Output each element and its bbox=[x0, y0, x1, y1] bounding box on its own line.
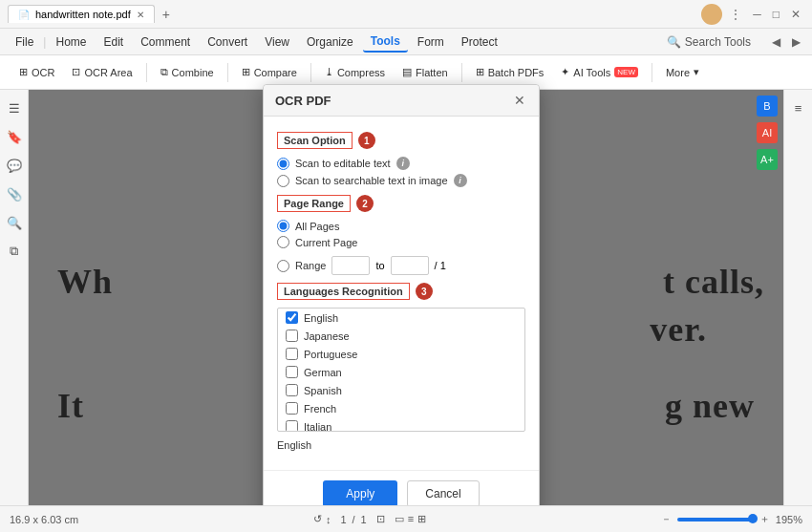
search-tools-label: Search Tools bbox=[685, 35, 751, 49]
continuous-icon[interactable]: ≡ bbox=[408, 513, 414, 525]
new-tab-btn[interactable]: + bbox=[159, 7, 174, 22]
pdf-text-gnew: g new bbox=[665, 386, 755, 426]
single-page-icon[interactable]: ▭ bbox=[395, 513, 404, 525]
lang-french[interactable]: French bbox=[278, 399, 524, 417]
lang-spanish[interactable]: Spanish bbox=[278, 381, 524, 399]
combine-label: Combine bbox=[172, 67, 214, 78]
menu-view[interactable]: View bbox=[257, 32, 297, 52]
scan-searchable-radio[interactable] bbox=[277, 175, 289, 187]
menu-organize[interactable]: Organize bbox=[299, 32, 361, 52]
sidebar-layers-btn[interactable]: ⧉ bbox=[4, 241, 25, 262]
scan-editable-option[interactable]: Scan to editable text i bbox=[277, 157, 525, 170]
ocr-btn[interactable]: ⊞ OCR bbox=[11, 62, 62, 82]
right-btn-green[interactable]: A+ bbox=[757, 149, 778, 170]
lang-japanese[interactable]: Japanese bbox=[278, 327, 524, 345]
tab-label: handwritten note.pdf bbox=[35, 9, 131, 20]
scan-option-header: Scan Option 1 bbox=[277, 132, 525, 149]
menu-edit[interactable]: Edit bbox=[96, 32, 131, 52]
menu-convert[interactable]: Convert bbox=[200, 32, 255, 52]
ai-icon: ✦ bbox=[561, 66, 569, 78]
menu-protect[interactable]: Protect bbox=[454, 32, 505, 52]
compress-btn[interactable]: ⤓ Compress bbox=[317, 62, 393, 82]
more-btn[interactable]: More ▾ bbox=[658, 62, 707, 82]
flatten-label: Flatten bbox=[416, 67, 448, 78]
menu-home[interactable]: Home bbox=[48, 32, 94, 52]
lang-english-checkbox[interactable] bbox=[286, 311, 298, 324]
lang-english[interactable]: English bbox=[278, 309, 524, 327]
ai-label: AI Tools bbox=[573, 67, 610, 78]
right-btn-red[interactable]: AI bbox=[757, 122, 778, 143]
page-separator: / bbox=[353, 514, 355, 525]
sidebar-comment-btn[interactable]: 💬 bbox=[4, 155, 25, 176]
scan-editable-radio[interactable] bbox=[277, 158, 289, 170]
current-page-option[interactable]: Current Page bbox=[277, 236, 525, 248]
spread-icon[interactable]: ⊞ bbox=[417, 513, 426, 525]
flatten-btn[interactable]: ▤ Flatten bbox=[395, 62, 456, 82]
zoom-slider-track[interactable] bbox=[677, 518, 754, 521]
range-option[interactable]: Range bbox=[277, 260, 326, 272]
tab-area: 📄 handwritten note.pdf ✕ + bbox=[8, 5, 174, 23]
maximize-btn[interactable]: □ bbox=[769, 6, 783, 23]
all-pages-radio[interactable] bbox=[277, 220, 289, 232]
close-btn[interactable]: ✕ bbox=[787, 6, 804, 23]
compare-icon: ⊞ bbox=[242, 66, 250, 78]
pdf-tab[interactable]: 📄 handwritten note.pdf ✕ bbox=[8, 5, 155, 23]
lang-german[interactable]: German bbox=[278, 363, 524, 381]
scan-editable-info-icon[interactable]: i bbox=[396, 157, 410, 170]
combine-btn[interactable]: ⧉ Combine bbox=[153, 62, 222, 82]
sidebar-bookmark-btn[interactable]: 🔖 bbox=[4, 126, 25, 147]
range-to-input[interactable] bbox=[391, 256, 429, 275]
minimize-btn[interactable]: ─ bbox=[749, 6, 765, 23]
lang-french-label: French bbox=[304, 403, 336, 415]
status-bar: 16.9 x 6.03 cm ↺ ↕ 1 / 1 ⊡ ▭ ≡ ⊞ － ＋ 195… bbox=[0, 505, 812, 532]
pdf-text-it: It bbox=[57, 386, 84, 426]
more-options-btn[interactable]: ⋮ bbox=[726, 6, 745, 23]
fit-page-icon[interactable]: ⊡ bbox=[376, 513, 385, 525]
scan-searchable-option[interactable]: Scan to searchable text in image i bbox=[277, 174, 525, 187]
sidebar-pages-btn[interactable]: ☰ bbox=[4, 97, 25, 118]
more-chevron-icon: ▾ bbox=[694, 66, 699, 78]
lang-italian-checkbox[interactable] bbox=[286, 420, 298, 432]
menu-tools[interactable]: Tools bbox=[363, 32, 408, 53]
lang-portuguese-checkbox[interactable] bbox=[286, 348, 298, 360]
batch-pdfs-btn[interactable]: ⊞ Batch PDFs bbox=[468, 62, 552, 82]
ocr-label: OCR bbox=[32, 67, 54, 78]
cancel-button[interactable]: Cancel bbox=[407, 480, 479, 507]
right-panel-icon[interactable]: ≡ bbox=[788, 97, 809, 118]
sidebar-attachment-btn[interactable]: 📎 bbox=[4, 183, 25, 204]
zoom-in-icon[interactable]: ＋ bbox=[759, 512, 770, 526]
lang-japanese-checkbox[interactable] bbox=[286, 330, 298, 342]
lang-japanese-label: Japanese bbox=[304, 330, 350, 342]
sidebar-search-btn[interactable]: 🔍 bbox=[4, 212, 25, 233]
pdf-text-ver: ver. bbox=[650, 309, 707, 350]
range-radio[interactable] bbox=[277, 260, 289, 272]
lang-french-checkbox[interactable] bbox=[286, 402, 298, 415]
tab-close-btn[interactable]: ✕ bbox=[137, 10, 144, 20]
lang-german-checkbox[interactable] bbox=[286, 366, 298, 378]
lang-portuguese[interactable]: Portuguese bbox=[278, 345, 524, 363]
lang-spanish-checkbox[interactable] bbox=[286, 384, 298, 396]
forward-btn[interactable]: ▶ bbox=[788, 33, 804, 51]
ocr-area-btn[interactable]: ⊡ OCR Area bbox=[64, 62, 139, 82]
languages-list[interactable]: English Japanese Portuguese German Spani… bbox=[277, 308, 525, 432]
cursor-icon[interactable]: ↕ bbox=[326, 514, 331, 525]
menu-form[interactable]: Form bbox=[410, 32, 452, 52]
search-icon: 🔍 bbox=[667, 35, 681, 49]
right-btn-blue[interactable]: B bbox=[757, 96, 778, 117]
menu-file[interactable]: File bbox=[8, 32, 41, 52]
compare-btn[interactable]: ⊞ Compare bbox=[234, 62, 305, 82]
current-page-radio[interactable] bbox=[277, 236, 289, 248]
search-tools-btn[interactable]: 🔍 Search Tools bbox=[659, 32, 759, 52]
dialog-close-btn[interactable]: ✕ bbox=[512, 93, 527, 108]
menu-comment[interactable]: Comment bbox=[133, 32, 198, 52]
back-btn[interactable]: ◀ bbox=[768, 33, 784, 51]
zoom-out-icon[interactable]: － bbox=[661, 512, 672, 526]
window-controls: ⋮ ─ □ ✕ bbox=[701, 4, 804, 25]
lang-italian[interactable]: Italian bbox=[278, 417, 524, 432]
rotate-icon[interactable]: ↺ bbox=[313, 513, 322, 525]
ai-tools-btn[interactable]: ✦ AI Tools NEW bbox=[553, 62, 646, 82]
all-pages-option[interactable]: All Pages bbox=[277, 220, 525, 232]
apply-button[interactable]: Apply bbox=[323, 480, 397, 507]
range-from-input[interactable] bbox=[331, 256, 370, 275]
scan-searchable-info-icon[interactable]: i bbox=[454, 174, 467, 187]
